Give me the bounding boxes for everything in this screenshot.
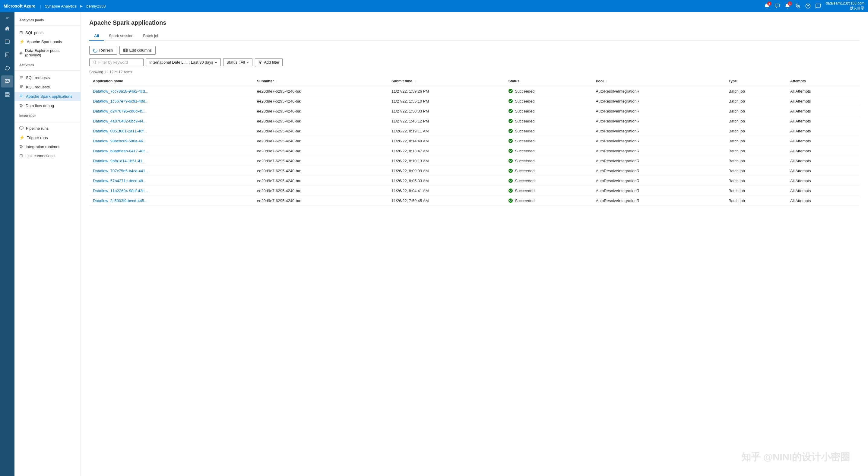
spark-pools-icon: ⚡ [19,39,25,44]
settings-icon[interactable] [795,3,801,9]
app-name-link[interactable]: Dataflow_0051f661-2a11-46f... [93,129,147,133]
svg-point-38 [508,149,513,153]
workspace-name[interactable]: benny2333 [86,4,105,8]
trigger-runs-icon: ⚡ [19,135,25,140]
keyword-filter-input[interactable]: Filter by keyword [89,58,144,66]
sidebar-item-link-connections[interactable]: ⊞ Link connections [14,151,81,160]
rail-data[interactable] [1,36,13,48]
pipeline-runs-icon [19,126,24,131]
user-info[interactable]: datalearn123@163.com 默认目录 [826,1,864,10]
tab-all[interactable]: All [89,31,104,41]
cell-attempts: All Attempts [786,86,860,96]
service-name[interactable]: Synapse Analytics [45,4,77,8]
page-title: Apache Spark applications [89,19,860,26]
app-name-link[interactable]: Dataflow_7cc78a18-94a2-4cd... [93,89,148,93]
app-name-link[interactable]: Dataflow_57b4271c-decd-48... [93,179,146,183]
sidebar-item-sql-requests[interactable]: SQL requests [14,73,81,82]
col-submitter-label: Submitter [257,79,274,83]
sidebar-item-trigger-runs[interactable]: ⚡ Trigger runs [14,133,81,142]
refresh-icon [93,48,97,53]
app-name-link[interactable]: Dataflow_1c567e79-6c91-40d... [93,99,148,103]
cell-app-name: Dataflow_707c75e5-b4ca-441... [89,166,253,176]
add-filter-label: Add filter [264,60,279,64]
help-icon[interactable]: ? [805,3,811,9]
alerts-icon[interactable]: 1 [785,3,790,9]
col-submit-time[interactable]: Submit time ↕ [388,77,504,86]
cell-app-name: Dataflow_98bcbc69-580a-46... [89,136,253,146]
rail-manage[interactable] [1,89,13,101]
rail-develop[interactable] [1,49,13,61]
notifications-icon[interactable]: 1 [764,3,770,9]
sidebar-item-integration-runtimes[interactable]: ⚙ Integration runtimes [14,142,81,151]
svg-rect-27 [125,49,126,52]
status-text: Succeeded [515,99,534,103]
app-name-link[interactable]: Dataflow_11a22604-98df-43e... [93,188,148,193]
feedback-icon[interactable] [775,3,780,9]
cell-type: Batch job [725,126,786,136]
sidebar-item-kql-requests[interactable]: KQL requests [14,82,81,92]
status-text: Succeeded [515,169,534,173]
status-filter-chip[interactable]: Status : All [223,58,252,66]
succeeded-icon [508,119,513,123]
app-name-link[interactable]: Dataflow_d2476796-cd0d-45... [93,109,147,113]
col-pool[interactable]: Pool ↕ [592,77,725,86]
svg-marker-9 [5,66,9,70]
cell-submitter: ee20d9e7-6295-4240-ba: [253,156,388,166]
app-name-link[interactable]: Dataflow_98bcbc69-580a-46... [93,139,146,143]
alerts-badge: 1 [788,1,792,6]
edit-columns-button[interactable]: Edit columns [119,46,156,55]
breadcrumb-arrow: ▶ [80,4,83,8]
sidebar-divider-2 [14,70,81,70]
rail-integrate[interactable] [1,62,13,74]
app-name-link[interactable]: Dataflow_9bfa1d14-1b51-41... [93,159,146,163]
sidebar-item-sql-pools[interactable]: ⊞ SQL pools [14,28,81,37]
tab-spark-session[interactable]: Spark session [104,31,138,41]
azure-brand[interactable]: Microsoft Azure [4,4,35,8]
sidebar-item-link-connections-label: Link connections [25,153,55,158]
sidebar-item-pipeline-runs[interactable]: Pipeline runs [14,124,81,133]
cell-submitter: ee20d9e7-6295-4240-ba: [253,166,388,176]
cell-submit-time: 11/26/22, 8:14:49 AM [388,136,504,146]
refresh-button[interactable]: Refresh [89,46,117,55]
cell-app-name: Dataflow_57b4271c-decd-48... [89,176,253,186]
cell-status: Succeeded [504,186,592,196]
cell-submit-time: 11/26/22, 8:13:47 AM [388,146,504,156]
cell-attempts: All Attempts [786,166,860,176]
main-layout: ≫ Analytics pools ⊞ SQL pools ⚡ Apache S [0,12,868,476]
cell-status: Succeeded [504,106,592,116]
cell-pool: AutoResolveIntegrationR [592,196,725,206]
tab-batch-job[interactable]: Batch job [138,31,164,41]
date-filter-chip[interactable]: International Date Li... : Last 30 days [146,58,221,66]
sidebar-item-spark-applications[interactable]: Apache Spark applications [14,92,81,101]
top-bar-separator: | [40,4,41,8]
rail-monitor[interactable] [1,76,13,87]
sidebar-item-spark-pools[interactable]: ⚡ Apache Spark pools [14,37,81,46]
svg-text:?: ? [807,4,809,8]
cell-type: Batch job [725,86,786,96]
chat-support-icon[interactable] [815,3,821,9]
add-filter-button[interactable]: Add filter [255,58,283,66]
kql-requests-icon [19,85,24,90]
app-name-link[interactable]: Dataflow_707c75e5-b4ca-441... [93,169,148,173]
cell-app-name: Dataflow_b8ad6eab-0417-48f... [89,146,253,156]
sidebar: Analytics pools ⊞ SQL pools ⚡ Apache Spa… [14,12,81,476]
svg-point-32 [508,89,513,93]
sidebar-item-data-flow-debug[interactable]: ⚙ Data flow debug [14,101,81,110]
cell-app-name: Dataflow_7cc78a18-94a2-4cd... [89,86,253,96]
svg-point-41 [508,179,513,183]
rail-expand-button[interactable]: ≫ [4,14,10,21]
sidebar-item-data-explorer[interactable]: ◈ Data Explorer pools (preview) [14,46,81,59]
cell-submit-time: 11/26/22, 8:05:33 AM [388,176,504,186]
cell-attempts: All Attempts [786,186,860,196]
cell-status: Succeeded [504,136,592,146]
rail-home[interactable] [1,22,13,34]
svg-rect-15 [5,96,9,96]
app-name-link[interactable]: Dataflow_2c5003f9-becd-445... [93,199,148,203]
refresh-label: Refresh [99,48,113,53]
app-name-link[interactable]: Dataflow_4a870482-0bc9-44... [93,119,147,123]
filters-bar: Filter by keyword International Date Li.… [89,58,860,66]
col-submitter[interactable]: Submitter ↕ [253,77,388,86]
cell-app-name: Dataflow_0051f661-2a11-46f... [89,126,253,136]
app-name-link[interactable]: Dataflow_b8ad6eab-0417-48f... [93,149,148,153]
svg-line-30 [95,63,96,64]
